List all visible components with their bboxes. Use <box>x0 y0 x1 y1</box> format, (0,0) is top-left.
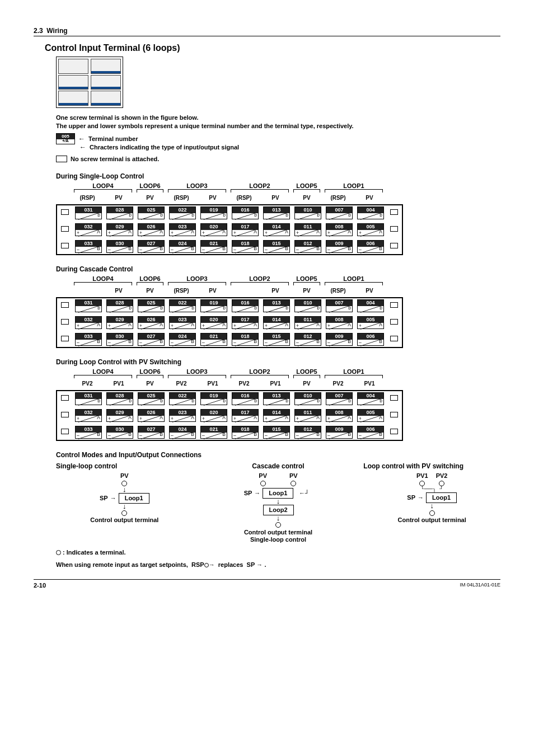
description: One screw terminal is shown in the figur… <box>56 114 500 131</box>
mode-pvswitch: Loop control with PV switching PV1 PV2 └… <box>363 462 500 543</box>
doc-code: IM 04L31A01-01E <box>460 582 500 589</box>
terminal-node-icon <box>275 522 281 528</box>
terminal-node-icon <box>260 481 266 486</box>
terminal-node-icon <box>429 510 435 516</box>
cascade-heading: During Cascade Control <box>56 265 500 273</box>
cascade-terminal-table: 031b028b025b022b019b016b013b010b007b004b… <box>56 297 403 348</box>
section-header: 2.3 Wiring <box>34 27 500 36</box>
single-loop-terminal-table: 031b028b025b022b019b016b013b010b007b004b… <box>56 204 403 255</box>
footnote-rsp: When using remote input as target setpoi… <box>56 561 500 568</box>
legend-no-screw: No screw terminal is attached. <box>56 156 500 162</box>
mode-cascade: Cascade control PV PV SP→ Loop1 ←┘ ↓ Loo… <box>210 462 347 543</box>
modes-diagrams: Single-loop control PV ↓ SP→ Loop1 ↓ Con… <box>56 462 500 543</box>
single-loop-heading: During Single-Loop Control <box>56 172 500 180</box>
rear-panel-thumbnail <box>56 57 123 108</box>
page-footer: 2-10 IM 04L31A01-01E <box>34 579 500 589</box>
section-num: 2.3 <box>34 27 43 35</box>
legend-terminal-number: 005 +∕A ← Terminal number <box>56 133 500 144</box>
pvswitch-table-wrap: LOOP4LOOP6LOOP3LOOP2LOOP5LOOP1PV2PV1PVPV… <box>56 368 500 441</box>
modes-heading: Control Modes and Input/Output Connectio… <box>56 451 500 459</box>
section-title: Wiring <box>46 27 67 35</box>
terminal-node-icon <box>291 481 296 486</box>
footnote-terminal: : Indicates a terminal. <box>56 549 500 556</box>
terminal-node-icon <box>121 510 127 516</box>
cascade-table-wrap: LOOP4LOOP6LOOP3LOOP2LOOP5LOOP1PVPV(RSP)P… <box>56 275 500 348</box>
terminal-node-icon <box>56 550 61 555</box>
page-number: 2-10 <box>34 582 46 589</box>
terminal-node-icon <box>204 563 209 567</box>
mode-single-loop: Single-loop control PV ↓ SP→ Loop1 ↓ Con… <box>56 462 193 543</box>
legend-terminal-type: ← Chracters indicating the type of input… <box>79 143 500 151</box>
page-title: Control Input Terminal (6 loops) <box>45 43 500 53</box>
legend-terminal-box: 005 +∕A <box>56 133 75 144</box>
pvswitch-terminal-table: 031b028b025b022b019b016b013b010b007b004b… <box>56 390 403 441</box>
pvswitch-heading: During Loop Control with PV Switching <box>56 358 500 366</box>
single-loop-table-wrap: LOOP4LOOP6LOOP3LOOP2LOOP5LOOP1(RSP)PVPV(… <box>56 182 500 255</box>
